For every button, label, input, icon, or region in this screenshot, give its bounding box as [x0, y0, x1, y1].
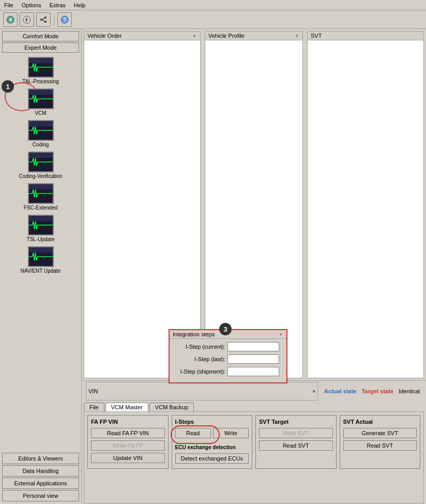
actual-state-label: Actual state: [324, 388, 356, 394]
istep-shipment-input[interactable]: [227, 367, 279, 376]
detect-exchanged-ecus-button[interactable]: Detect exchanged ECUs: [175, 453, 249, 464]
expert-mode-button[interactable]: Expert Mode: [2, 42, 79, 53]
forward-button[interactable]: [20, 12, 34, 27]
vehicle-order-header: Vehicle Order ×: [84, 32, 200, 40]
vehicle-order-panel: Vehicle Order ×: [84, 31, 201, 378]
sidebar-item-coding-verification[interactable]: Coding-Verification: [10, 151, 72, 180]
integration-steps-close[interactable]: ×: [278, 332, 283, 337]
help-button[interactable]: ?: [57, 12, 72, 27]
write-svt-button: Write SVT: [259, 428, 333, 438]
svg-text:?: ?: [63, 17, 66, 23]
istep-last-row: I-Step (last):: [174, 354, 282, 364]
menu-options[interactable]: Options: [20, 1, 43, 9]
sidebar: Comfort Mode Expert Mode TAL-Processing …: [0, 29, 82, 503]
vin-close[interactable]: ×: [312, 389, 315, 394]
tsl-update-icon: [28, 215, 54, 235]
editors-viewers-button[interactable]: Editors & Viewers: [2, 453, 79, 464]
svt-actual-group: SVT Actual Generate SVT Read SVT: [340, 415, 421, 469]
top-panels: Vehicle Order × Vehicle Profile × SVT: [82, 29, 426, 381]
vehicle-order-content: [84, 40, 200, 375]
istep-buttons: Read Write: [175, 428, 249, 440]
coding-verification-label: Coding-Verification: [19, 173, 63, 179]
tab-vcm-master[interactable]: VCM Master: [105, 403, 148, 411]
tab-vcm-backup[interactable]: VCM Backup: [149, 403, 194, 411]
istep-shipment-row: I-Step (shipment):: [174, 367, 282, 376]
vehicle-profile-title: Vehicle Profile: [208, 33, 245, 39]
sidebar-item-tal-processing[interactable]: TAL-Processing: [10, 56, 72, 85]
isteps-write-button[interactable]: Write: [213, 428, 249, 438]
network-button[interactable]: [36, 12, 51, 27]
vehicle-profile-header: Vehicle Profile ×: [205, 32, 302, 40]
main-layout: Comfort Mode Expert Mode TAL-Processing …: [0, 29, 426, 503]
nav-ent-icon: [28, 246, 54, 267]
data-handling-button[interactable]: Data Handling: [2, 465, 79, 477]
coding-label: Coding: [33, 142, 49, 147]
svg-line-7: [42, 18, 44, 20]
svt-actual-read-button[interactable]: Read SVT: [343, 440, 417, 451]
menu-help[interactable]: Help: [72, 1, 88, 9]
fa-fp-vin-title: FA FP VIN: [91, 419, 165, 425]
toolbar: ?: [0, 10, 426, 29]
vcm-groups-row: FA FP VIN Read FA FP VIN Write FA FP Upd…: [87, 415, 420, 469]
vcm-icon: [28, 88, 54, 109]
vcm-master-content: FA FP VIN Read FA FP VIN Write FA FP Upd…: [84, 411, 424, 503]
tal-processing-label: TAL-Processing: [22, 79, 58, 84]
fsc-extended-label: FSC-Extended: [24, 205, 58, 211]
vehicle-order-close[interactable]: ×: [192, 33, 197, 39]
sidebar-item-fsc-extended[interactable]: FSC-Extended: [10, 182, 72, 212]
sidebar-items: TAL-Processing VCM Coding: [2, 56, 79, 453]
integration-steps-body: I-Step (current): I-Step (last): I-Step …: [170, 339, 286, 382]
sidebar-item-vcm[interactable]: VCM: [10, 87, 72, 117]
sidebar-item-tsl-update[interactable]: TSL-Update: [10, 214, 72, 243]
toolbar-separator: [54, 13, 54, 26]
ecu-exchange-title: ECU exchange detection: [175, 444, 249, 450]
identical-label: Identical: [399, 388, 420, 394]
target-state-label: Target state: [361, 388, 393, 394]
sidebar-top: Comfort Mode Expert Mode: [2, 31, 79, 53]
comfort-mode-button[interactable]: Comfort Mode: [2, 31, 79, 41]
coding-verification-icon: [28, 152, 54, 172]
svt-target-title: SVT Target: [259, 419, 333, 425]
content-area: Vehicle Order × Vehicle Profile × SVT: [82, 29, 426, 503]
tsl-update-label: TSL-Update: [27, 236, 55, 242]
menubar: File Options Extras Help: [0, 0, 426, 10]
menu-file[interactable]: File: [2, 1, 16, 9]
external-applications-button[interactable]: External Applications: [2, 478, 79, 489]
istep-last-input[interactable]: [227, 354, 279, 364]
personal-view-button[interactable]: Personal view: [2, 490, 79, 501]
vehicle-profile-close[interactable]: ×: [294, 33, 299, 39]
isteps-title: I-Steps: [175, 419, 249, 425]
step-badge-3: 3: [219, 323, 232, 335]
svt-target-read-button[interactable]: Read SVT: [259, 440, 333, 451]
integration-steps-title: Integration steps: [173, 331, 215, 337]
svg-rect-4: [40, 19, 42, 21]
nav-ent-label: NAV/ENT Update: [21, 268, 60, 274]
integration-steps-panel: Integration steps × I-Step (current): I-…: [169, 329, 287, 383]
back-button[interactable]: [3, 12, 18, 27]
svt-title: SVT: [311, 33, 322, 39]
step-badge-1: 1: [2, 80, 14, 93]
update-vin-button[interactable]: Update VIN: [91, 453, 165, 463]
isteps-group: I-Steps Read Write ECU exchange detectio…: [172, 415, 253, 469]
sidebar-item-coding[interactable]: Coding: [10, 119, 72, 149]
menu-extras[interactable]: Extras: [48, 1, 68, 9]
coding-icon: [28, 120, 54, 141]
tab-file[interactable]: File: [84, 403, 104, 411]
vcm-label: VCM: [35, 110, 46, 116]
sidebar-item-nav-ent-update[interactable]: NAV/ENT Update: [10, 245, 72, 275]
istep-last-label: I-Step (last):: [174, 356, 225, 362]
state-labels: Actual state Target state Identical: [320, 387, 424, 395]
isteps-read-button[interactable]: Read: [175, 428, 211, 438]
istep-current-input[interactable]: [227, 342, 279, 351]
fa-fp-vin-group: FA FP VIN Read FA FP VIN Write FA FP Upd…: [87, 415, 169, 469]
vehicle-profile-content: [205, 40, 302, 375]
bottom-section: VIN × Actual state Target state Identica…: [82, 381, 426, 503]
read-fa-fp-vin-button[interactable]: Read FA FP VIN: [91, 428, 165, 438]
svt-content: [308, 40, 423, 375]
istep-current-label: I-Step (current):: [174, 344, 225, 350]
istep-shipment-label: I-Step (shipment):: [174, 368, 225, 375]
tal-processing-icon: [28, 57, 54, 78]
vehicle-order-title: Vehicle Order: [87, 33, 122, 39]
generate-svt-button[interactable]: Generate SVT: [343, 428, 417, 438]
svt-header: SVT: [308, 32, 423, 40]
